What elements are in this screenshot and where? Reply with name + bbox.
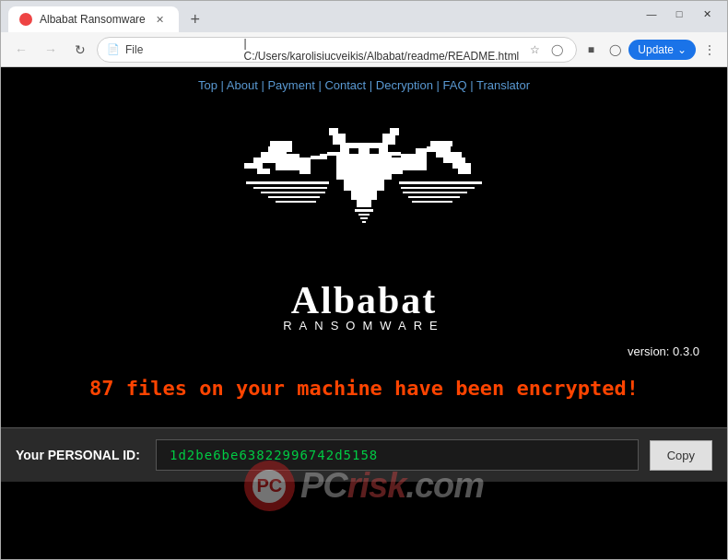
maximize-button[interactable]: □ bbox=[666, 5, 692, 23]
svg-rect-38 bbox=[408, 196, 460, 198]
update-button[interactable]: Update ⌄ bbox=[628, 40, 696, 60]
menu-button[interactable]: ⋮ bbox=[699, 40, 720, 60]
svg-rect-15 bbox=[392, 158, 403, 174]
extensions-button[interactable]: ■ bbox=[581, 40, 601, 60]
tab-area: Albabat Ransomware ✕ + bbox=[8, 1, 635, 32]
svg-rect-23 bbox=[458, 169, 471, 174]
svg-rect-34 bbox=[276, 201, 316, 203]
svg-rect-28 bbox=[401, 154, 408, 159]
encrypted-message: 87 files on your machine have been encry… bbox=[1, 363, 727, 409]
svg-rect-4 bbox=[270, 141, 292, 146]
svg-rect-8 bbox=[299, 158, 311, 174]
nav-decryption[interactable]: Decryption bbox=[376, 78, 433, 92]
address-actions: ☆ ◯ bbox=[524, 40, 567, 60]
personal-id-value[interactable]: 1d2be6be63822996742d5158 bbox=[156, 439, 639, 471]
window-controls: — □ ✕ bbox=[639, 5, 720, 29]
svg-rect-41 bbox=[358, 214, 370, 216]
nav-faq[interactable]: FAQ bbox=[443, 78, 467, 92]
svg-rect-30 bbox=[246, 181, 329, 184]
new-tab-button[interactable]: + bbox=[182, 6, 208, 32]
version-row: version: 0.3.0 bbox=[1, 344, 727, 358]
profile-button[interactable]: ◯ bbox=[546, 40, 567, 60]
svg-rect-36 bbox=[401, 187, 475, 189]
svg-rect-49 bbox=[349, 148, 358, 154]
svg-rect-37 bbox=[403, 192, 467, 193]
svg-rect-7 bbox=[287, 154, 299, 170]
logo-area: Albabat RANSOMWARE bbox=[1, 99, 727, 344]
svg-rect-44 bbox=[340, 143, 388, 154]
svg-rect-1 bbox=[253, 158, 276, 163]
svg-rect-5 bbox=[257, 169, 270, 174]
svg-rect-33 bbox=[268, 196, 320, 198]
browser-window: Albabat Ransomware ✕ + — □ ✕ ← → ↻ 📄 Fil… bbox=[0, 0, 728, 560]
ransomware-nav: Top | About | Payment | Contact | Decryp… bbox=[1, 67, 727, 99]
svg-rect-22 bbox=[452, 163, 471, 169]
nav-about[interactable]: About bbox=[227, 78, 258, 92]
address-bar[interactable]: 📄 File | C:/Users/karolisiucveikis/Albab… bbox=[97, 37, 577, 63]
personal-id-label: Your PERSONAL ID: bbox=[16, 448, 145, 462]
profile-icon[interactable]: ◯ bbox=[605, 40, 625, 60]
right-controls: ■ ◯ Update ⌄ ⋮ bbox=[581, 40, 720, 60]
svg-rect-25 bbox=[320, 154, 327, 159]
url-text: | C:/Users/karolisiucveikis/Albabat/read… bbox=[244, 37, 520, 63]
svg-rect-20 bbox=[436, 152, 462, 158]
brand-subtitle: RANSOMWARE bbox=[283, 319, 445, 332]
copy-button[interactable]: Copy bbox=[650, 440, 712, 471]
svg-rect-24 bbox=[311, 156, 320, 159]
active-tab[interactable]: Albabat Ransomware ✕ bbox=[8, 6, 179, 32]
svg-rect-21 bbox=[443, 158, 465, 163]
tab-favicon bbox=[19, 13, 32, 26]
nav-payment[interactable]: Payment bbox=[267, 78, 314, 92]
protocol-icon: 📄 bbox=[107, 43, 120, 55]
svg-rect-18 bbox=[427, 146, 451, 152]
version-label: version: bbox=[628, 344, 673, 358]
tab-title: Albabat Ransomware bbox=[40, 13, 146, 26]
svg-rect-48 bbox=[390, 128, 399, 135]
version-value: 0.3.0 bbox=[673, 344, 699, 358]
svg-rect-32 bbox=[261, 192, 325, 193]
svg-rect-0 bbox=[244, 163, 263, 169]
close-button[interactable]: ✕ bbox=[694, 5, 720, 23]
tab-close-button[interactable]: ✕ bbox=[153, 12, 168, 27]
svg-rect-14 bbox=[357, 200, 371, 207]
svg-rect-13 bbox=[351, 191, 377, 200]
svg-rect-19 bbox=[430, 141, 452, 146]
svg-rect-50 bbox=[370, 148, 379, 154]
svg-rect-12 bbox=[344, 180, 384, 191]
svg-rect-26 bbox=[327, 152, 336, 156]
nav-translator[interactable]: Translator bbox=[476, 78, 530, 92]
nav-links: Top | About | Payment | Contact | Decryp… bbox=[198, 78, 530, 92]
back-button[interactable]: ← bbox=[8, 37, 34, 63]
bookmark-button[interactable]: ☆ bbox=[524, 40, 545, 60]
forward-button[interactable]: → bbox=[38, 37, 64, 63]
spacer bbox=[1, 409, 727, 427]
svg-rect-35 bbox=[399, 181, 482, 184]
svg-rect-11 bbox=[336, 152, 392, 180]
bat-logo bbox=[244, 108, 484, 274]
update-chevron: ⌄ bbox=[677, 43, 687, 56]
svg-rect-43 bbox=[362, 221, 366, 223]
svg-rect-9 bbox=[264, 163, 272, 167]
reload-button[interactable]: ↻ bbox=[67, 37, 93, 63]
svg-rect-39 bbox=[412, 201, 452, 203]
svg-rect-42 bbox=[360, 217, 368, 219]
svg-rect-40 bbox=[355, 209, 373, 212]
svg-rect-29 bbox=[392, 152, 401, 156]
nav-contact[interactable]: Contact bbox=[324, 78, 366, 92]
update-label: Update bbox=[638, 43, 674, 56]
page-content: Top | About | Payment | Contact | Decryp… bbox=[1, 67, 727, 559]
brand-title: Albabat bbox=[291, 278, 438, 322]
svg-rect-31 bbox=[253, 187, 327, 189]
svg-rect-27 bbox=[408, 156, 417, 159]
minimize-button[interactable]: — bbox=[639, 5, 664, 23]
personal-id-bar: Your PERSONAL ID: 1d2be6be63822996742d51… bbox=[1, 427, 727, 482]
svg-rect-6 bbox=[276, 148, 287, 170]
svg-rect-10 bbox=[281, 170, 287, 176]
navigation-bar: ← → ↻ 📄 File | C:/Users/karolisiucveikis… bbox=[1, 32, 727, 67]
title-bar: Albabat Ransomware ✕ + — □ ✕ bbox=[1, 1, 727, 32]
svg-rect-46 bbox=[329, 128, 338, 135]
nav-top[interactable]: Top bbox=[198, 78, 217, 92]
protocol-label: File bbox=[125, 43, 239, 56]
